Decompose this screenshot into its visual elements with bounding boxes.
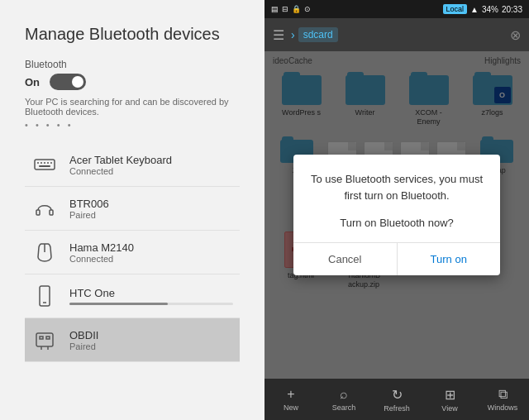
device-name-obdii: OBDII [69, 329, 233, 341]
status-right-info: Local ▲ 34% 20:33 [443, 4, 522, 14]
nav-label-windows: Windows [488, 403, 518, 412]
android-bottom-nav: + New ⌕ Search ↻ Refresh ⊞ View ⧉ Window… [264, 379, 529, 420]
android-status-bar: ▤ ⊟ 🔒 ⊙ Local ▲ 34% 20:33 [264, 0, 529, 18]
battery-text: 34% [482, 5, 498, 14]
windows-icon: ⧉ [498, 387, 508, 402]
search-icon: ⌕ [340, 387, 348, 402]
time-display: 20:33 [502, 5, 522, 14]
mouse-icon [31, 239, 58, 265]
wifi-icon: ▲ [470, 5, 479, 14]
sim-icon: ▤ [271, 5, 279, 13]
svg-rect-14 [46, 336, 50, 339]
refresh-icon: ↻ [392, 387, 403, 403]
svg-rect-12 [36, 333, 53, 346]
new-icon: + [287, 387, 294, 402]
nav-label-new: New [284, 403, 298, 412]
device-status-hama: Connected [69, 254, 233, 264]
device-item-obdii[interactable]: OBDII Paired [25, 318, 240, 362]
searching-text: Your PC is searching for and can be disc… [25, 97, 240, 117]
page-title: Manage Bluetooth devices [25, 25, 240, 44]
network-indicator: Local [443, 4, 468, 14]
device-icon [31, 327, 58, 353]
nav-item-windows[interactable]: ⧉ Windows [476, 379, 529, 420]
dialog-cancel-button[interactable]: Cancel [293, 243, 398, 275]
view-icon: ⊞ [445, 387, 455, 403]
path-sdcard[interactable]: sdcard [298, 27, 338, 42]
status-left-icons: ▤ ⊟ 🔒 ⊙ [271, 5, 311, 13]
nav-label-view: View [441, 404, 457, 413]
nav-label-refresh: Refresh [384, 404, 410, 413]
svg-rect-13 [40, 336, 43, 339]
nav-item-new[interactable]: + New [264, 379, 317, 420]
bluetooth-toggle[interactable] [50, 74, 86, 90]
progress-dots: • • • • • [25, 120, 240, 130]
device-item-htc[interactable]: HTC One [25, 274, 240, 318]
dialog-buttons: Cancel Turn on [293, 242, 500, 275]
dialog-question: Turn on Bluetooth now? [307, 217, 487, 229]
device-status-acer: Connected [69, 166, 233, 176]
device-list: Acer Tablet Keyboard Connected BTR006 Pa… [25, 143, 240, 362]
device-name-htc: HTC One [69, 287, 233, 299]
device-name-hama: Hama M2140 [69, 241, 233, 254]
nav-item-refresh[interactable]: ↻ Refresh [370, 379, 423, 420]
device-item-hama[interactable]: Hama M2140 Connected [25, 231, 240, 274]
nav-item-view[interactable]: ⊞ View [423, 379, 476, 420]
device-name-btr006: BTR006 [69, 198, 233, 210]
keyboard-icon [31, 151, 58, 178]
toolbar-path: › sdcard [291, 27, 503, 42]
bluetooth-settings-panel: Manage Bluetooth devices Bluetooth On Yo… [0, 0, 264, 420]
headphones-icon [31, 195, 58, 222]
close-icon[interactable]: ⊗ [510, 27, 521, 43]
hamburger-menu-icon[interactable]: ☰ [273, 27, 284, 43]
bluetooth-dialog: To use Bluetooth services, you must firs… [293, 155, 500, 275]
bluetooth-label: Bluetooth [25, 59, 240, 70]
path-separator-1: › [291, 28, 295, 41]
android-toolbar: ☰ › sdcard ⊗ [264, 18, 529, 51]
device-status-btr006: Paired [69, 210, 233, 220]
phone-icon [31, 283, 58, 309]
device-item-acer-tablet[interactable]: Acer Tablet Keyboard Connected [25, 143, 240, 187]
bluetooth-dialog-overlay: To use Bluetooth services, you must firs… [264, 51, 529, 379]
android-file-manager: ▤ ⊟ 🔒 ⊙ Local ▲ 34% 20:33 ☰ › sdcard ⊗ i… [264, 0, 529, 420]
svg-rect-0 [35, 160, 55, 169]
device-status-obdii: Paired [69, 341, 233, 351]
svg-rect-7 [36, 210, 40, 215]
htc-progress-bar [69, 303, 233, 305]
bluetooth-status: On [25, 76, 40, 88]
device-name-acer: Acer Tablet Keyboard [69, 154, 233, 166]
nav-label-search: Search [332, 403, 356, 412]
device-item-btr006[interactable]: BTR006 Paired [25, 187, 240, 231]
nav-item-search[interactable]: ⌕ Search [317, 379, 370, 420]
sd-icon: ⊟ [282, 5, 288, 13]
dialog-message: To use Bluetooth services, you must firs… [307, 171, 487, 203]
dialog-confirm-button[interactable]: Turn on [398, 243, 501, 275]
lock-icon: 🔒 [292, 5, 301, 13]
file-grid-container: ideoCache Highlights WordPres s Writer [264, 51, 529, 379]
svg-rect-8 [50, 210, 53, 215]
clock-icon: ⊙ [304, 5, 311, 13]
